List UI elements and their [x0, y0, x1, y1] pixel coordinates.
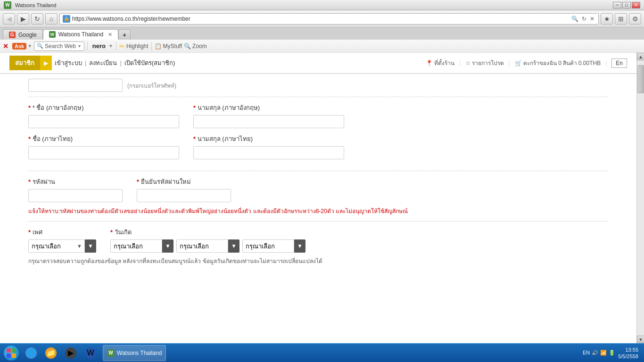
search-toolbar-icon: 🔍: [37, 43, 43, 49]
first-name-th-input[interactable]: [28, 146, 179, 159]
google-tab-icon: G: [9, 32, 16, 38]
taskbar-app-3[interactable]: ▶: [61, 345, 80, 362]
forward-button[interactable]: ▶: [17, 13, 29, 25]
dob-label-text: วันเกิด: [115, 229, 132, 236]
running-app-label: Watsons Thailand: [117, 350, 162, 356]
header-sep-2: |: [509, 60, 510, 66]
scroll-up-button[interactable]: ▲: [637, 53, 644, 60]
password-label-text: รหัสผ่าน: [33, 178, 55, 185]
dob-year-btn[interactable]: ▼: [294, 239, 305, 253]
nav-register-link[interactable]: ลงทะเบียน: [89, 58, 117, 68]
taskbar-app-4[interactable]: W: [81, 345, 100, 362]
address-bar[interactable]: 🔒 https://www.watsons.co.th/register/new…: [59, 13, 599, 25]
system-tray: EN 🔊 📶 🔋: [583, 350, 615, 356]
member-btn-group: สมาชิก ▶: [9, 56, 52, 70]
cart-label: ตะกร้าของฉัน: [523, 58, 557, 67]
member-arrow-button[interactable]: ▶: [40, 56, 52, 70]
scroll-track[interactable]: [637, 60, 644, 336]
password-note-text: แจ้งให้ทราบ:รหัสผ่านของท่านต้องมีตัวเลขอ…: [28, 208, 408, 214]
zoom-icon: 🔍: [184, 43, 191, 49]
refresh-address-icon[interactable]: ↻: [581, 16, 587, 22]
zoom-button[interactable]: 🔍 Zoom: [184, 43, 207, 49]
back-button[interactable]: ◀: [3, 13, 15, 25]
tab-watsons[interactable]: W Watsons Thailand ✕: [43, 29, 118, 40]
gender-select[interactable]: กรุณาเลือก ชาย หญิง: [28, 239, 85, 253]
last-name-th-input[interactable]: [193, 146, 344, 159]
dob-note: กรุณาตรวจสอบความถูกต้องของข้อมูล หลังจาก…: [28, 256, 608, 265]
taskbar-right: EN 🔊 📶 🔋 13:55 5/5/2558: [583, 346, 642, 359]
toolbar-divider-3: [151, 42, 152, 50]
taskbar-app-1[interactable]: 🌐: [22, 345, 41, 362]
nav-card-link[interactable]: เปิดใช้บัตร(สมาชิก): [124, 58, 175, 68]
last-name-en-group: * นามสกุล (ภาษาอังกฤษ): [193, 103, 344, 128]
title-bar-title: W Watsons Thailand: [4, 1, 56, 9]
ask-button[interactable]: Ask: [12, 43, 26, 49]
highlight-button[interactable]: ✏ Highlight: [119, 42, 149, 50]
taskbar-app-2[interactable]: 📁: [41, 345, 60, 362]
dob-note-text: กรุณาตรวจสอบความถูกต้องของข้อมูล หลังจาก…: [28, 258, 322, 264]
ask-dropdown-arrow[interactable]: ▼: [27, 43, 32, 49]
content-area: สมาชิก ▶ เข้าสู่ระบบ | ลงทะเบียน | เปิดใ…: [0, 53, 644, 343]
favorites-star-button[interactable]: ★: [601, 13, 613, 25]
nero-arrow[interactable]: ▼: [108, 43, 113, 49]
dob-day-select[interactable]: กรุณาเลือก: [110, 239, 162, 253]
home-button[interactable]: ⌂: [45, 13, 58, 25]
required-star-8: *: [110, 229, 113, 236]
last-name-th-group: * นามสกุล (ภาษาไทย): [193, 134, 344, 159]
add-favorites-button[interactable]: ⊞: [615, 13, 627, 25]
close-button[interactable]: ✕: [632, 2, 640, 8]
toolbar-search-box[interactable]: 🔍 Search Web ▼: [34, 41, 84, 51]
store-link[interactable]: 📍 ที่ตั้งร้าน: [426, 58, 454, 67]
tab-close-icon[interactable]: ✕: [108, 32, 112, 38]
start-button[interactable]: [2, 345, 21, 362]
minimize-button[interactable]: ─: [613, 2, 621, 8]
cart-prefix: สินค้า: [563, 58, 577, 67]
required-star-5: *: [28, 178, 31, 185]
location-icon: 📍: [426, 60, 433, 66]
dob-year-select[interactable]: กรุณาเลือก: [242, 239, 294, 253]
confirm-password-input[interactable]: [137, 189, 231, 202]
refresh-button[interactable]: ↻: [31, 13, 43, 25]
highlight-pen-icon: ✏: [119, 42, 125, 50]
language-button[interactable]: En: [611, 58, 627, 68]
password-input[interactable]: [28, 189, 123, 202]
partial-input-1[interactable]: [28, 79, 123, 92]
nav-sep-2: |: [120, 59, 121, 66]
toolbar-search-arrow[interactable]: ▼: [77, 44, 82, 49]
window-controls: ─ □ ✕: [613, 2, 640, 8]
address-right-controls: 🔍 ↻ ✕: [570, 16, 595, 22]
taskbar: 🌐 📁 ▶ W W Watsons Thailand EN 🔊 📶: [0, 343, 644, 362]
gender-select-btn[interactable]: ▼: [85, 239, 96, 253]
toolbar-divider-1: [87, 42, 88, 50]
last-name-th-label-text: นามสกุล (ภาษาไทย): [198, 135, 253, 142]
page-content: สมาชิก ▶ เข้าสู่ระบบ | ลงทะเบียน | เปิดใ…: [0, 53, 636, 343]
mystuff-button[interactable]: 📋 MyStuff: [155, 43, 182, 49]
dob-month-btn[interactable]: ▼: [228, 239, 239, 253]
settings-button[interactable]: ⚙: [629, 13, 641, 25]
nav-login-link[interactable]: เข้าสู่ระบบ: [55, 58, 82, 68]
url-text: https://www.watsons.co.th/register/newme…: [72, 16, 570, 22]
search-address-icon[interactable]: 🔍: [570, 16, 579, 22]
first-name-th-label-text: ชื่อ (ภาษาไทย): [33, 135, 73, 142]
tab-google[interactable]: G Google: [3, 29, 43, 40]
svg-rect-3: [12, 354, 16, 358]
dob-month-wrapper: กรุณาเลือก ▼: [176, 239, 239, 253]
scroll-thumb[interactable]: [637, 65, 644, 93]
member-button[interactable]: สมาชิก: [9, 56, 40, 70]
first-name-en-input[interactable]: [28, 115, 179, 128]
first-name-en-group: * * ชื่อ (ภาษาอังกฤษ): [28, 103, 179, 128]
toolbar-close-icon[interactable]: ✕: [3, 42, 8, 50]
promo-link[interactable]: ☆ รายการโปรด: [465, 58, 504, 67]
maximize-button[interactable]: □: [622, 2, 631, 8]
dob-month-select[interactable]: กรุณาเลือก: [176, 239, 228, 253]
new-tab-button[interactable]: +: [118, 29, 131, 40]
last-name-en-input[interactable]: [193, 115, 344, 128]
cart-link[interactable]: 🛒 ตะกร้าของฉัน 0 สินค้า 0.00THB: [515, 58, 601, 67]
required-star-2: *: [193, 104, 196, 111]
close-address-icon[interactable]: ✕: [589, 16, 595, 22]
dob-day-btn[interactable]: ▼: [162, 239, 173, 253]
top-partial-inputs: (กรอกเบอร์โทรศัพท์): [28, 79, 176, 92]
ask-toolbar-group: Ask ▼: [12, 43, 32, 49]
taskbar-running-app[interactable]: W Watsons Thailand: [103, 345, 166, 361]
scroll-down-button[interactable]: ▼: [637, 336, 644, 343]
